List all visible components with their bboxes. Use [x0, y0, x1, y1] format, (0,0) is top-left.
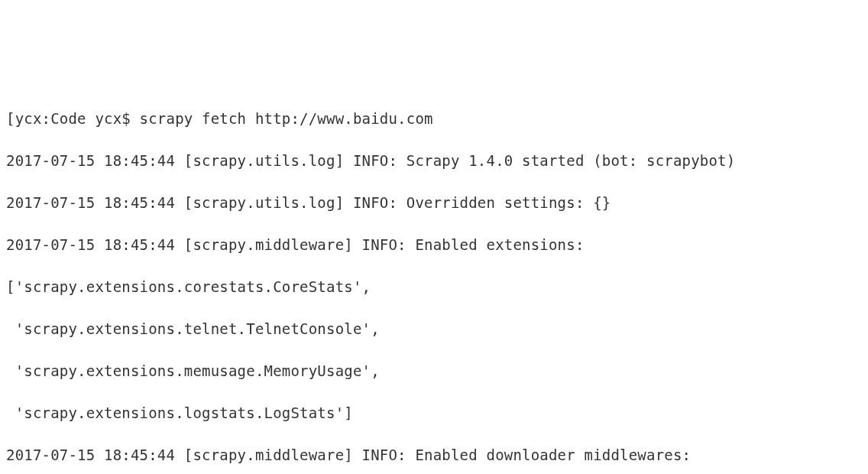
- terminal-line: 2017-07-15 18:45:44 [scrapy.middleware] …: [6, 235, 862, 256]
- terminal-line: ['scrapy.extensions.corestats.CoreStats'…: [6, 277, 862, 298]
- terminal-output: [ycx:Code ycx$ scrapy fetch http://www.b…: [6, 87, 862, 474]
- terminal-line: 2017-07-15 18:45:44 [scrapy.utils.log] I…: [6, 193, 862, 214]
- terminal-line: 'scrapy.extensions.memusage.MemoryUsage'…: [6, 361, 862, 382]
- terminal-line: 2017-07-15 18:45:44 [scrapy.middleware] …: [6, 445, 862, 466]
- terminal-line: 'scrapy.extensions.logstats.LogStats']: [6, 403, 862, 424]
- terminal-line: 2017-07-15 18:45:44 [scrapy.utils.log] I…: [6, 151, 862, 172]
- terminal-line: 'scrapy.extensions.telnet.TelnetConsole'…: [6, 319, 862, 340]
- terminal-line: [ycx:Code ycx$ scrapy fetch http://www.b…: [6, 109, 862, 130]
